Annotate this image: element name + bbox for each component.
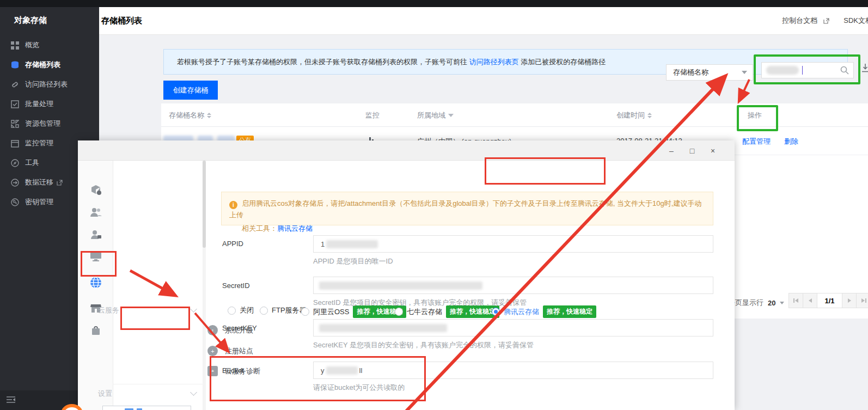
cloud-package-icon[interactable] (90, 183, 102, 195)
cos-warning-box: i启用腾讯云cos对象存储后，请把/attachment目录（不包括此目录及gl… (221, 192, 713, 225)
appid-field[interactable]: 1 (313, 235, 713, 253)
close-icon[interactable]: × (707, 145, 718, 156)
key-manage-icon (11, 198, 19, 206)
text-cursor (802, 66, 803, 75)
bucket-list-icon (11, 61, 19, 69)
chevron-down-icon (742, 71, 747, 74)
bucket-help: 请保证bucket为可公共读取的 (313, 383, 405, 393)
chevron-down-icon (780, 302, 784, 304)
radio-selected-icon[interactable] (492, 308, 500, 316)
monitor-icon[interactable] (90, 250, 102, 262)
external-link-icon (823, 18, 829, 24)
menu-item-register-site[interactable]: + 注册站点 (207, 346, 253, 356)
access-path-page-link[interactable]: 访问路径列表页 (469, 57, 519, 67)
tools-icon (11, 159, 19, 167)
radio-option-close[interactable]: 关闭 (228, 305, 254, 315)
masked-value (326, 240, 378, 248)
last-page-button[interactable] (857, 293, 868, 308)
create-bucket-button[interactable]: 创建存储桶 (163, 81, 218, 100)
page-title: 存储桶列表 (101, 16, 142, 26)
pagination: 1/1 (788, 293, 868, 308)
search-input[interactable] (761, 62, 854, 78)
secretid-label: SecretID (222, 282, 250, 290)
dialog-titlebar[interactable]: – □ × (78, 140, 735, 161)
sidebar-item-batch[interactable]: 批量处理 (0, 94, 99, 114)
col-monitor: 监控 (365, 111, 380, 120)
tencent-cos-tool-link[interactable]: 腾讯云存储 (277, 224, 313, 232)
appid-help: APPID 是您项目的唯一ID (313, 256, 393, 266)
first-page-button[interactable] (789, 293, 803, 308)
radio-icon[interactable] (228, 307, 236, 315)
secretid-field[interactable] (313, 277, 713, 294)
menu-divider (113, 384, 205, 384)
configure-link[interactable]: 配置管理 (742, 137, 771, 146)
prev-page-button[interactable] (803, 293, 817, 308)
secretkey-field[interactable] (313, 319, 713, 336)
sidebar-item-bucket-list[interactable]: 存储桶列表 (0, 55, 99, 75)
col-actions: 操作 (748, 111, 762, 120)
header-links: 控制台文档 SDK文档 (782, 16, 868, 26)
sidebar-collapse-icon[interactable] (7, 396, 15, 403)
sidebar-item-access-path[interactable]: 访问路径列表 (0, 75, 99, 94)
sort-icon[interactable] (207, 113, 211, 118)
download-icon[interactable] (861, 64, 868, 72)
data-migration-icon (11, 179, 19, 187)
dialog-menu (113, 161, 206, 410)
radio-icon[interactable] (301, 308, 309, 316)
secretid-help: SecretID 是您项目的安全密钥，具有该账户完全的权限，请妥善保管 (313, 298, 527, 308)
menu-group-cloud[interactable]: 云服务 (98, 305, 119, 315)
radio-icon[interactable] (395, 308, 403, 316)
register-site-icon: + (207, 346, 218, 356)
masked-search-text (766, 66, 799, 75)
sidebar-title: 对象存储 (0, 7, 99, 35)
col-bucket-name[interactable]: 存储桶名称 (169, 111, 211, 120)
secretkey-help: SecretKEY 是您项目的安全密钥，具有该账户完全的权限，请妥善保管 (313, 340, 534, 350)
masked-value (319, 282, 482, 290)
external-link-icon (57, 180, 63, 186)
menu-group-settings[interactable]: 设置 (98, 389, 112, 399)
resource-pack-icon (11, 120, 19, 128)
bucket-field[interactable]: y ll (313, 362, 713, 379)
delete-link[interactable]: 删除 (784, 137, 798, 146)
access-path-icon (11, 81, 19, 89)
window-top-strip (0, 0, 868, 7)
cutoff-popup-fragment (102, 406, 191, 410)
col-created[interactable]: 创建时间 (616, 111, 652, 120)
attachment-settings-dialog: – □ × 云服务 ↑ 系统升级 + 注册站点 + 云服务诊断 设置 站点设置 … (78, 140, 735, 410)
filter-type-select[interactable]: 存储桶名称 (666, 64, 753, 81)
globe-icon[interactable] (90, 277, 102, 289)
users-icon[interactable] (90, 206, 102, 218)
overview-grid-icon (11, 41, 19, 50)
rows-per-page[interactable]: 每页显示行 20 (728, 298, 784, 308)
dialog-icon-rail (78, 161, 113, 410)
bucket-label: Bucket (222, 366, 244, 375)
maximize-button[interactable]: □ (687, 145, 698, 156)
console-doc-link[interactable]: 控制台文档 (782, 16, 829, 26)
radio-option-ftp[interactable]: FTP服务器 (260, 305, 307, 315)
sort-icon[interactable] (647, 113, 652, 118)
recommend-badge: 推荐，快速稳定 (543, 305, 596, 318)
monitor-manage-icon (11, 139, 19, 148)
user-lock-icon[interactable] (90, 229, 102, 241)
col-region[interactable]: 所属地域 (417, 111, 454, 120)
minimize-button[interactable]: – (666, 145, 677, 156)
app-header: 存储桶列表 控制台文档 SDK文档 (99, 7, 868, 35)
search-icon[interactable] (840, 66, 849, 75)
sidebar-item-resource-pack[interactable]: 资源包管理 (0, 114, 99, 133)
next-page-button[interactable] (842, 293, 857, 308)
masked-value (319, 324, 447, 332)
radio-icon[interactable] (260, 307, 268, 315)
secretkey-label: SecretKEY (222, 324, 257, 332)
bag-icon[interactable] (90, 324, 102, 336)
upgrade-icon: ↑ (207, 325, 218, 335)
sidebar-item-overview[interactable]: 概览 (0, 35, 99, 55)
table-header-row: 存储桶名称 监控 所属地域 创建时间 操作 (161, 103, 868, 127)
page-indicator: 1/1 (817, 293, 842, 308)
red-arrow-to-actions (740, 79, 749, 99)
appid-label: APPID (222, 240, 243, 248)
diagnosis-icon: + (207, 366, 218, 376)
dialog-scrollbar[interactable] (203, 161, 206, 410)
batch-icon (11, 100, 19, 108)
sdk-doc-link[interactable]: SDK文档 (843, 16, 868, 26)
filter-icon[interactable] (448, 114, 454, 117)
